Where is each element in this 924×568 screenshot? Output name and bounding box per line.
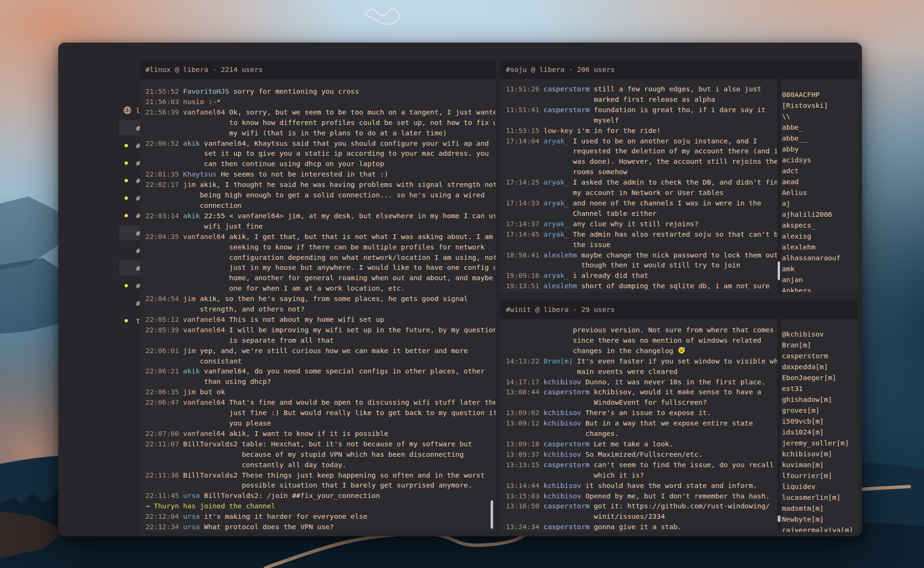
userlist-item[interactable]: abby (782, 143, 857, 154)
message-nick[interactable]: kchibisov (544, 450, 582, 458)
message-nick[interactable]: jim (183, 294, 196, 302)
message-nick[interactable]: nusio (183, 98, 204, 106)
userlist-item[interactable]: est31 (782, 383, 857, 394)
message-nick[interactable]: jim (183, 180, 196, 188)
message-nick[interactable]: kchibisov (544, 408, 582, 417)
message-nick[interactable]: Khaytsus (183, 170, 217, 178)
message-nick[interactable]: casperstorm (544, 388, 590, 396)
message-nick[interactable]: akik (183, 139, 200, 147)
message-line: 13:14:44 kchibisov it should have the wo… (506, 480, 777, 491)
message-nick[interactable]: kchibisov (544, 378, 582, 386)
userlist-item[interactable]: lucasmerlin[m] (782, 492, 857, 503)
message-nick[interactable]: akik (183, 367, 200, 375)
message-nick[interactable]: casperstorm (544, 461, 590, 469)
userlist-item[interactable]: Ankhers (782, 285, 857, 292)
userlist-item[interactable]: alhassanaraouf (782, 252, 857, 263)
message-nick[interactable]: vanfanel64 (183, 326, 225, 334)
message-nick[interactable]: alexlehm (544, 251, 577, 259)
soju-scrollbar-thumb[interactable] (778, 261, 780, 280)
userlist-item[interactable]: aj (782, 198, 857, 209)
message-nick[interactable]: jim (183, 346, 196, 355)
message-nick[interactable]: casperstorm (544, 440, 590, 448)
message-continuation-line: you please (145, 418, 495, 428)
message-nick[interactable]: low-key (544, 126, 573, 134)
userlist-item[interactable]: liquidev (782, 481, 857, 492)
pane-winit-messages: previous version. Not sure from where th… (500, 319, 777, 532)
message-timestamp: 13:09:37 (506, 450, 539, 458)
userlist-item[interactable]: madsmtm[m] (782, 503, 857, 514)
message-nick[interactable]: aryak_ (544, 199, 569, 207)
message-nick[interactable]: aryak_ (544, 220, 569, 228)
userlist-item[interactable]: lfourrier[m] (782, 470, 857, 481)
userlist-item[interactable]: kuviman[m] (782, 459, 857, 470)
message-timestamp: 19:09:16 (506, 271, 539, 279)
message-nick[interactable]: kchibisov (544, 481, 582, 489)
message-nick[interactable]: aryak_ (544, 137, 569, 145)
message-nick[interactable]: BillTorvalds2 (183, 471, 238, 479)
message-nick[interactable]: casperstorm (544, 85, 590, 93)
message-nick[interactable]: casperstorm (544, 106, 590, 114)
userlist-item[interactable]: ids1024[m] (782, 426, 857, 437)
userlist-item[interactable]: 080AACFHP (782, 89, 857, 100)
message-nick[interactable]: aryak_ (544, 230, 569, 238)
linux-scrollbar-thumb[interactable] (491, 500, 493, 529)
message-nick[interactable]: akik (183, 212, 200, 220)
message-nick[interactable]: aryak_ (544, 271, 569, 279)
userlist-item[interactable]: jeremy_soller[m] (782, 437, 857, 448)
message-nick[interactable]: ursa (183, 491, 200, 499)
message-nick[interactable]: ursa (183, 512, 200, 520)
message-line: 22:07:00 vanfanel64 akik, I want to know… (145, 428, 495, 439)
userlist-item[interactable]: [Ristovski] (782, 100, 857, 111)
userlist-item[interactable]: acidsys (782, 154, 857, 165)
message-continuation-line: previous version. Not sure from where th… (506, 325, 777, 335)
userlist-item[interactable]: rajveermalviya[m] (782, 524, 857, 532)
userlist-item[interactable]: \\ (782, 111, 857, 122)
userlist-item[interactable]: daxpedda[m] (782, 361, 857, 372)
message-nick[interactable]: BillTorvalds2 (183, 440, 238, 448)
userlist-item[interactable]: alexlehm (782, 241, 857, 252)
message-nick[interactable]: casperstorm (544, 523, 590, 531)
userlist-item[interactable]: Newbyte[m] (782, 514, 857, 524)
userlist-item[interactable]: @kchibisov (782, 328, 857, 339)
userlist-item[interactable]: abbe_ (782, 122, 857, 133)
userlist-item[interactable]: akspecs_ (782, 220, 857, 231)
message-line: 17:14:04 aryak_ I used to be on another … (506, 136, 777, 146)
pane-linux-header: #linux @ libera - 2214 users (140, 60, 495, 79)
message-nick[interactable]: alexlehm (544, 282, 577, 290)
message-nick[interactable]: vanfanel64 (183, 108, 225, 116)
userlist-item[interactable]: EbonJaeger[m] (782, 372, 857, 383)
userlist-item[interactable]: alexisg (782, 231, 857, 241)
userlist-item[interactable]: adct (782, 165, 857, 176)
userlist-item[interactable]: groves[m] (782, 405, 857, 416)
message-nick[interactable]: ursa (183, 523, 200, 531)
userlist-item[interactable]: i509vcb[m] (782, 416, 857, 426)
userlist-item[interactable]: abbe__ (782, 133, 857, 143)
message-nick[interactable]: FavoritoHJS (183, 87, 229, 95)
message-line: 13:24:34 casperstorm gonna give it a sta… (506, 522, 777, 532)
message-nick[interactable]: kchibisov (544, 492, 582, 500)
userlist-item[interactable]: aead (782, 176, 857, 187)
message-nick[interactable]: vanfanel64 (183, 232, 225, 240)
message-nick[interactable]: vanfanel64 (183, 429, 225, 437)
message-nick[interactable]: jim (183, 388, 196, 396)
message-timestamp: 22:11:07 (145, 440, 179, 448)
message-continuation-line: the issue (506, 240, 777, 250)
userlist-item[interactable]: anjan (782, 274, 857, 285)
userlist-item[interactable]: kchibisov[m] (782, 448, 857, 459)
message-nick[interactable]: Bran[m] (544, 357, 573, 365)
userlist-item[interactable]: ghishadow[m] (782, 394, 857, 405)
userlist-item[interactable]: amk (782, 263, 857, 274)
message-nick[interactable]: vanfanel64 (183, 315, 225, 323)
userlist-item[interactable]: Bran[m] (782, 339, 857, 350)
message-continuation-line: main events were cleared (506, 366, 777, 377)
message-nick[interactable]: kchibisov (544, 419, 582, 427)
userlist-item[interactable]: ajhalili2006 (782, 209, 857, 220)
message-line: 18:58:41 alexlehm maybe change the nick … (506, 250, 777, 260)
userlist-item[interactable]: Aelius (782, 187, 857, 198)
userlist-item[interactable]: casperstorm (782, 350, 857, 361)
winit-scrollbar-thumb[interactable] (778, 515, 780, 522)
message-timestamp: 13:09:02 (506, 408, 539, 417)
message-nick[interactable]: vanfanel64 (183, 398, 225, 406)
message-nick[interactable]: casperstorm (544, 502, 590, 510)
message-nick[interactable]: aryak_ (544, 178, 569, 186)
